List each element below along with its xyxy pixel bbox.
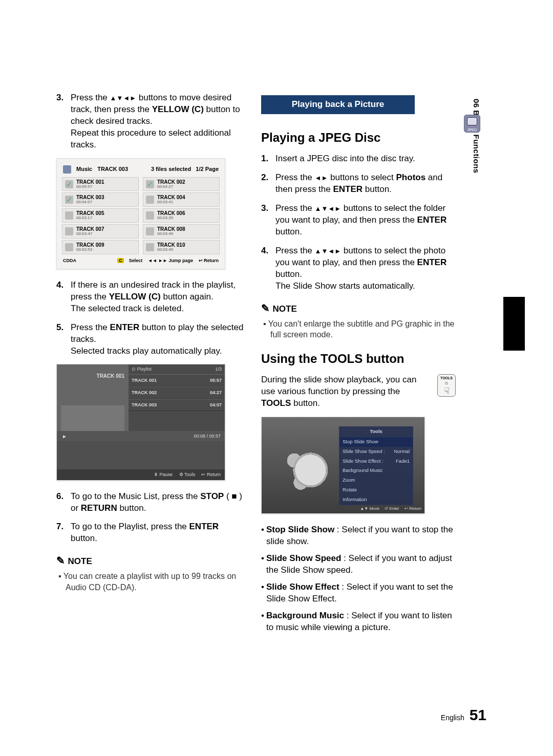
- track-thumb-icon: [146, 227, 154, 235]
- step-4: 4. If there is an undesired track in the…: [56, 279, 246, 315]
- music-page-indicator: 1/2 Page: [196, 166, 219, 172]
- track-thumb-icon: [65, 211, 73, 220]
- return-hint: ↩ Return: [201, 472, 221, 477]
- playlist-row: TRACK 00105:57: [129, 374, 225, 386]
- jpeg-badge-icon: JPEG: [464, 115, 480, 133]
- playlist-page: 1/3: [215, 366, 222, 372]
- page-footer: English 51: [441, 705, 486, 726]
- return-hint: ↩ Return: [199, 258, 219, 263]
- tools-menu-item: Zoom: [339, 476, 413, 485]
- dpad-arrows-icon: ▲▼◄►: [315, 205, 341, 212]
- track-thumb-icon: [65, 196, 73, 204]
- heading-jpeg-disc: Playing a JPEG Disc: [261, 129, 456, 146]
- tools-panel: Tools Stop Slide ShowSlide Show Speed :N…: [339, 426, 413, 505]
- playlist-row: TRACK 00204:27: [129, 386, 225, 399]
- track-thumb-icon: [65, 243, 73, 251]
- jpeg-step-3: 3.Press the ▲▼◄► buttons to select the f…: [261, 203, 456, 238]
- music-track-row: TRACK 00900:03:53: [62, 240, 139, 254]
- music-disc-type: CDDA: [63, 257, 76, 264]
- tools-menu-item: Slide Show Speed :Normal: [339, 447, 413, 457]
- jump-page-hint: ◄◄ ►► Jump page: [148, 258, 193, 263]
- music-track-row: TRACK 00700:03:47: [62, 224, 139, 239]
- right-column: Playing back a Picture Playing a JPEG Di…: [261, 92, 456, 639]
- feature-bullet: Background Music : Select if you want to…: [261, 610, 456, 634]
- move-hint: ▲▼ Move: [360, 506, 379, 511]
- step-3: 3. Press the ▲▼◄► buttons to move desire…: [56, 92, 246, 151]
- step-5: 5. Press the ENTER button to play the se…: [56, 322, 246, 357]
- music-track-row: TRACK 00800:03:49: [143, 224, 220, 239]
- playback-time: 00:08 / 05:57: [71, 433, 221, 439]
- track-thumb-icon: [146, 196, 154, 204]
- music-track-row: TRACK 00400:03:41: [143, 192, 220, 207]
- jpeg-step-4: 4.Press the ▲▼◄► buttons to select the p…: [261, 245, 456, 292]
- playlist-row: TRACK 00304:07: [129, 399, 225, 411]
- music-list-figure: Music TRACK 003 3 files selected 1/2 Pag…: [56, 158, 225, 269]
- music-track-row: TRACK 00500:03:17: [62, 208, 139, 223]
- track-thumb-icon: [146, 243, 154, 251]
- album-art-placeholder: [61, 405, 124, 431]
- pause-hint: ⏸ Pause: [154, 472, 173, 477]
- tools-paragraph: TOOLS⊡☟ During the slide show playback, …: [261, 374, 456, 409]
- left-column: 3. Press the ▲▼◄► buttons to move desire…: [56, 92, 246, 639]
- music-track-row: TRACK 00300:04:07: [62, 192, 139, 207]
- return-hint: ↩ Return: [405, 506, 421, 511]
- music-track-row: TRACK 00100:05:57: [62, 177, 139, 191]
- music-selected-count: 3 files selected: [151, 166, 191, 172]
- note-heading: NOTE: [261, 301, 456, 315]
- feature-bullet: Stop Slide Show : Select if you want to …: [261, 524, 456, 548]
- play-icon: ►: [62, 433, 67, 440]
- note-item: You can't enlarge the subtitle and PG gr…: [270, 318, 456, 340]
- track-thumb-icon: [65, 180, 73, 188]
- music-icon: [63, 165, 71, 174]
- tools-menu-item: Rotate: [339, 485, 413, 495]
- track-thumb-icon: [146, 211, 154, 220]
- section-bar: Playing back a Picture: [261, 95, 415, 114]
- lr-arrows-icon: ◄►: [315, 174, 328, 182]
- music-title: Music: [76, 165, 92, 173]
- note-heading: NOTE: [56, 554, 246, 568]
- tools-hint: ⚙ Tools: [179, 472, 195, 477]
- yellow-c-icon: C: [117, 258, 124, 263]
- step-7: 7. To go to the Playlist, press the ENTE…: [56, 521, 246, 545]
- section-tab: 06 Basic Functions: [471, 99, 481, 174]
- music-track-row: TRACK 00600:03:35: [143, 208, 220, 223]
- dpad-arrows-icon: ▲▼◄►: [315, 247, 341, 255]
- thumb-tab: [503, 297, 525, 351]
- heading-tools-button: Using the TOOLS button: [261, 351, 456, 367]
- feature-bullet: Slide Show Speed : Select if you want to…: [261, 553, 456, 576]
- playlist-title: Playlist: [137, 366, 152, 372]
- tools-panel-title: Tools: [339, 427, 413, 437]
- dpad-arrows-icon: ▲▼◄►: [110, 94, 136, 102]
- track-thumb-icon: [146, 180, 154, 188]
- music-track-row: TRACK 01000:03:45: [143, 240, 220, 254]
- enter-hint: ⏎ Enter: [385, 506, 399, 511]
- tools-menu-figure: Tools Stop Slide ShowSlide Show Speed :N…: [261, 417, 425, 514]
- jpeg-step-1: 1.Insert a JPEG disc into the disc tray.: [261, 153, 456, 165]
- playlist-figure: TRACK 001 ⊙ Playlist1/3 TRACK 00105:57TR…: [56, 364, 225, 480]
- tools-menu-item: Information: [339, 495, 413, 505]
- feature-bullet: Slide Show Effect : Select if you want t…: [261, 581, 456, 605]
- tools-menu-item: Slide Show Effect :Fade1: [339, 457, 413, 466]
- now-playing-track: TRACK 001: [57, 364, 129, 388]
- tools-button-icon: TOOLS⊡☟: [437, 374, 456, 397]
- music-track-row: TRACK 00200:04:27: [143, 177, 220, 191]
- note-item: You can create a playlist with up to 99 …: [66, 571, 246, 593]
- jpeg-step-2: 2.Press the ◄► buttons to select Photos …: [261, 172, 456, 196]
- track-thumb-icon: [65, 227, 73, 235]
- tools-menu-item: Background Music: [339, 466, 413, 476]
- step-6: 6. To go to the Music List, press the ST…: [56, 491, 246, 514]
- tools-menu-item: Stop Slide Show: [339, 437, 413, 447]
- music-current-track: TRACK 003: [97, 165, 128, 173]
